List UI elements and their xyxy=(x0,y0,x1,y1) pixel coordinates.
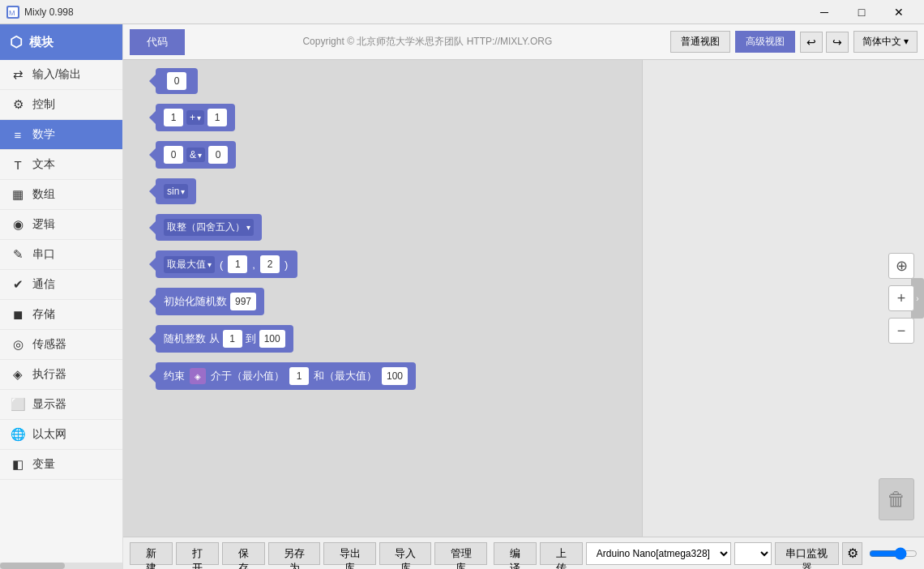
block-minmax-func[interactable]: 取最大值 xyxy=(164,256,215,273)
block-constrain-min[interactable]: 1 xyxy=(289,367,309,385)
sidebar-item-sensor[interactable]: ◎ 传感器 xyxy=(0,330,122,360)
trash-icon: 🗑 xyxy=(887,488,906,511)
zoom-in-button[interactable]: + xyxy=(888,285,914,311)
maximize-button[interactable]: □ xyxy=(843,0,880,24)
block-bit-op[interactable]: & xyxy=(186,148,205,162)
io-icon: ⇄ xyxy=(10,66,26,83)
manage-button[interactable]: 管理库 xyxy=(434,542,486,565)
block-round-func[interactable]: 取整（四舍五入） xyxy=(164,219,254,236)
advanced-view-button[interactable]: 高级视图 xyxy=(735,31,795,53)
upload-button[interactable]: 上传 xyxy=(540,542,583,565)
block-bitwise[interactable]: 0 & 0 xyxy=(156,141,236,169)
block-arith-left[interactable]: 1 xyxy=(164,109,183,126)
sidebar-item-storage[interactable]: ◼ 存储 xyxy=(0,300,122,330)
sidebar-item-logic-label: 逻辑 xyxy=(32,217,55,232)
sensor-icon: ◎ xyxy=(10,336,26,353)
bottom-toolbar: 新建 打开 保存 另存为 导出库 导入库 管理库 编译 上传 Arduino N… xyxy=(123,537,924,569)
baud-select[interactable] xyxy=(734,542,772,565)
block-random-to[interactable]: 100 xyxy=(259,330,285,348)
device-select[interactable]: Arduino Nano[atmega328] xyxy=(586,542,731,565)
block-row-constrain: 约束 ◈ 介于（最小值） 1 和（最大值） 100 xyxy=(156,362,642,390)
block-row-round: 取整（四舍五入） xyxy=(156,214,642,241)
block-minmax-open: ( xyxy=(220,259,223,271)
block-bit-right[interactable]: 0 xyxy=(208,146,228,164)
language-button[interactable]: 简体中文 ▾ xyxy=(853,31,918,53)
new-button[interactable]: 新建 xyxy=(130,542,173,565)
block-random-from[interactable]: 1 xyxy=(223,330,242,348)
code-panel: › ⊕ + − 🗑 xyxy=(642,60,924,537)
block-trig-func[interactable]: sin xyxy=(164,184,188,199)
sidebar-header: ⬡ 模块 xyxy=(0,24,122,60)
sidebar-item-ethernet[interactable]: 🌐 以太网 xyxy=(0,420,122,450)
save-as-button[interactable]: 另存为 xyxy=(268,542,320,565)
block-minmax-a[interactable]: 1 xyxy=(228,255,247,273)
text-icon: T xyxy=(10,156,26,173)
block-random[interactable]: 随机整数 从 1 到 100 xyxy=(156,325,293,353)
normal-view-button[interactable]: 普通视图 xyxy=(670,31,730,53)
copyright-text: Copyright © 北京师范大学米思齐团队 HTTP://MIXLY.ORG xyxy=(185,35,670,49)
sidebar-item-math-label: 数学 xyxy=(32,127,55,142)
block-trig[interactable]: sin xyxy=(156,178,196,204)
save-button[interactable]: 保存 xyxy=(222,542,265,565)
sidebar-scrollbar[interactable] xyxy=(0,563,122,569)
control-icon: ⚙ xyxy=(10,96,26,113)
sidebar-item-serial[interactable]: ✎ 串口 xyxy=(0,240,122,270)
block-canvas: 0 1 + 1 0 & 0 xyxy=(123,60,924,537)
redo-button[interactable]: ↪ xyxy=(826,32,849,53)
toolbar-right: 普通视图 高级视图 ↩ ↪ 简体中文 ▾ xyxy=(670,31,918,53)
settings-button[interactable]: ⚙ xyxy=(842,542,862,565)
close-button[interactable]: ✕ xyxy=(880,0,918,24)
tab-code[interactable]: 代码 xyxy=(130,29,185,55)
logic-icon: ◉ xyxy=(10,216,26,233)
sidebar-item-math[interactable]: ≡ 数学 xyxy=(0,120,122,150)
title-bar-left: M Mixly 0.998 xyxy=(6,6,74,19)
minimize-button[interactable]: ─ xyxy=(806,0,843,24)
block-constrain-label: 约束 xyxy=(164,369,185,383)
app-icon: M xyxy=(6,6,19,19)
block-constrain-max[interactable]: 100 xyxy=(382,367,408,385)
variable-icon: ◧ xyxy=(10,456,26,473)
block-arith-right[interactable]: 1 xyxy=(207,109,227,126)
sidebar-item-actuator[interactable]: ◈ 执行器 xyxy=(0,360,122,390)
zoom-out-button[interactable]: − xyxy=(888,318,914,344)
block-number-value[interactable]: 0 xyxy=(167,72,186,90)
block-row-arithmetic: 1 + 1 xyxy=(156,104,642,131)
sidebar-item-io[interactable]: ⇄ 输入/输出 xyxy=(0,60,122,90)
content-area: 代码 Copyright © 北京师范大学米思齐团队 HTTP://MIXLY.… xyxy=(123,24,924,569)
storage-icon: ◼ xyxy=(10,306,26,323)
export-lib-button[interactable]: 导出库 xyxy=(323,542,375,565)
sidebar-item-display[interactable]: ⬜ 显示器 xyxy=(0,390,122,420)
sidebar-item-control[interactable]: ⚙ 控制 xyxy=(0,90,122,120)
sidebar-item-ethernet-label: 以太网 xyxy=(32,427,66,442)
serial-monitor-button[interactable]: 串口监视器 xyxy=(775,542,839,565)
speed-slider-area xyxy=(869,547,918,560)
block-minmax[interactable]: 取最大值 ( 1 , 2 ) xyxy=(156,250,297,278)
sidebar-item-variable[interactable]: ◧ 变量 xyxy=(0,450,122,480)
block-minmax-close: ) xyxy=(284,259,288,271)
open-button[interactable]: 打开 xyxy=(176,542,219,565)
block-arith-op[interactable]: + xyxy=(186,110,204,125)
block-seed[interactable]: 初始化随机数 997 xyxy=(156,288,264,315)
sidebar-item-array[interactable]: ▦ 数组 xyxy=(0,180,122,210)
sidebar-item-storage-label: 存储 xyxy=(32,307,55,322)
block-seed-label: 初始化随机数 xyxy=(164,294,227,309)
block-seed-value[interactable]: 997 xyxy=(230,293,256,310)
sidebar-item-text-label: 文本 xyxy=(32,157,55,172)
block-constrain[interactable]: 约束 ◈ 介于（最小值） 1 和（最大值） 100 xyxy=(156,362,416,390)
sidebar-item-logic[interactable]: ◉ 逻辑 xyxy=(0,210,122,240)
sidebar-item-comm[interactable]: ✔ 通信 xyxy=(0,270,122,300)
block-arithmetic[interactable]: 1 + 1 xyxy=(156,104,235,131)
compile-button[interactable]: 编译 xyxy=(494,542,537,565)
block-number[interactable]: 0 xyxy=(156,68,198,94)
home-button[interactable]: ⊕ xyxy=(888,253,914,279)
speed-slider[interactable] xyxy=(869,547,918,560)
import-lib-button[interactable]: 导入库 xyxy=(379,542,431,565)
block-minmax-b[interactable]: 2 xyxy=(260,255,280,273)
sidebar-item-control-label: 控制 xyxy=(32,97,55,112)
sidebar-item-text[interactable]: T 文本 xyxy=(0,150,122,180)
undo-button[interactable]: ↩ xyxy=(800,32,823,53)
block-round[interactable]: 取整（四舍五入） xyxy=(156,214,262,241)
block-bit-left[interactable]: 0 xyxy=(164,146,183,164)
blocks-panel: 0 1 + 1 0 & 0 xyxy=(123,60,642,537)
sidebar-header-icon: ⬡ xyxy=(10,33,23,51)
